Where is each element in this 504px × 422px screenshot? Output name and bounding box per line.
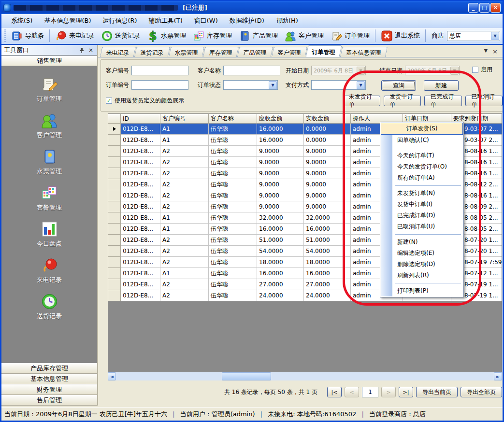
context-menu-item[interactable]: 编辑选定项(E) [381,248,463,259]
document-tab[interactable]: 库存管理 [203,47,239,57]
row-selector-cell[interactable] [108,190,121,201]
tab-list-dropdown-icon[interactable]: ▼ [484,48,488,55]
chevron-down-icon[interactable]: ▼ [491,32,499,40]
context-menu-item[interactable]: 新建(N) [381,237,463,248]
document-tab[interactable]: 订单管理 [305,45,342,57]
row-selector-cell[interactable] [108,257,121,268]
context-menu-item[interactable]: 删除选定项(D) [381,259,463,270]
document-tab[interactable]: 基本信息管理 [340,47,388,57]
column-header[interactable]: 实收金额 [304,114,351,124]
menu-item[interactable]: 帮助(H) [270,14,304,27]
sidebar-item-combo-mgmt[interactable]: 套餐管理 [37,184,62,212]
sidebar-item-delivery-record[interactable]: 送货记录 [37,293,62,321]
sidebar-group-button[interactable]: 财务管理 [1,384,97,395]
page-number-input[interactable] [362,387,378,397]
context-menu-item[interactable]: 已取消订单(U) [381,221,463,232]
row-selector-cell[interactable] [108,179,121,190]
menu-item[interactable]: 辅助工具(T) [143,14,188,27]
customer-name-input[interactable] [223,66,280,75]
row-selector-cell[interactable] [108,124,121,135]
context-menu-item[interactable] [381,146,463,150]
column-header[interactable]: 客户编号 [160,114,209,124]
chevron-down-icon[interactable]: ▼ [269,81,277,89]
scrollbar-thumb[interactable] [222,372,271,380]
context-menu-item[interactable]: 未发货订单(N) [381,188,463,199]
context-menu-item[interactable]: 打印列表(P) [381,285,463,296]
first-page-button[interactable]: |< [327,387,342,397]
toolbar-inventory-button[interactable]: 库存管理 [189,28,235,43]
sidebar-item-order-mgmt[interactable]: 订单管理 [37,75,62,103]
shop-combobox[interactable]: 总店 ▼ [447,31,500,41]
row-selector-cell[interactable] [108,279,121,290]
enable-checkbox[interactable] [472,67,478,73]
sidebar-group-button[interactable]: 产品库存管理 [1,363,97,374]
context-menu-item[interactable]: 发货中订单(I) [381,199,463,210]
context-menu-item[interactable]: 回单确认(C) [381,135,463,146]
row-selector-cell[interactable] [108,268,121,279]
minimize-button[interactable]: _ [468,3,478,13]
context-menu-item[interactable]: 订单发货(S) [381,123,463,135]
filter-cancelled-button[interactable]: 已取消订单 [465,96,503,106]
context-menu-item[interactable]: 已完成订单(D) [381,210,463,221]
order-status-select[interactable]: ▼ [223,80,278,90]
toolbar-product-button[interactable]: 产品管理 [235,28,281,43]
column-header[interactable]: ID [121,114,160,124]
sidebar-item-customer-mgmt[interactable]: 客户管理 [37,112,62,140]
scroll-right-icon[interactable]: ► [494,372,502,380]
last-page-button[interactable]: >| [399,387,413,397]
context-menu-item[interactable] [381,281,463,285]
menu-item[interactable]: 基本信息管理(B) [38,14,97,27]
row-selector-cell[interactable] [108,212,121,224]
context-menu-item[interactable] [381,183,463,188]
chevron-down-icon[interactable]: ▼ [357,81,365,89]
row-selector-cell[interactable] [108,201,121,212]
filter-unshipped-button[interactable]: 未发货订单 [343,96,380,106]
row-selector-cell[interactable] [108,146,121,157]
menu-item[interactable]: 运行信息(R) [97,14,143,27]
document-tab[interactable]: 送货记录 [134,47,170,57]
delivery-color-checkbox[interactable]: ✓ [106,98,112,104]
pay-method-select[interactable]: ▼ [311,80,366,90]
maximize-button[interactable]: □ [479,3,490,13]
sidebar-item-water-ticket-mgmt[interactable]: 水票管理 [37,148,62,176]
export-current-page-button[interactable]: 导出当前页 [416,387,458,397]
sidebar-group-sales[interactable]: 销售管理 [1,56,97,66]
export-all-pages-button[interactable]: 导出全部页 [461,387,502,397]
pin-icon[interactable] [79,47,87,53]
menu-item[interactable]: 窗口(W) [188,14,224,27]
row-selector-cell[interactable] [108,235,121,246]
end-date-picker[interactable]: 2009年 6月 8日 ▼ [405,66,460,75]
tab-close-icon[interactable]: × [492,48,498,55]
toolbar-water-ticket-button[interactable]: $ 水票管理 [144,28,189,43]
row-selector-cell[interactable] [108,168,121,179]
query-button[interactable]: 查询 [381,80,416,91]
toolbar-delivery-record-button[interactable]: 送货记录 [98,28,144,43]
sidebar-group-button[interactable]: 售后管理 [1,395,97,406]
toolbar-exit-button[interactable]: 退出系统 [377,28,423,43]
sidebar-group-button[interactable]: 基本信息管理 [1,374,97,384]
context-menu-item[interactable]: 所有的订单(A) [381,172,463,183]
toolbar-order-button[interactable]: 订单管理 [327,28,373,43]
document-tab[interactable]: 客户管理 [272,47,307,57]
menu-item[interactable]: 系统(S) [5,14,38,27]
menu-item[interactable]: 数据维护(D) [224,14,270,27]
context-menu-item[interactable]: 刷新列表(R) [381,270,463,281]
scroll-left-icon[interactable]: ◄ [108,372,116,380]
context-menu-item[interactable]: 今天的发货订单(O) [381,161,463,172]
scrollbar-track[interactable] [116,372,494,380]
column-header[interactable]: 客户名称 [209,114,257,124]
row-selector-cell[interactable] [108,290,121,301]
filter-completed-button[interactable]: 已完成订单 [424,96,462,106]
row-selector-cell[interactable] [108,224,121,235]
document-tab[interactable]: 产品管理 [237,47,273,57]
next-page-button[interactable]: > [381,387,396,397]
row-selector-cell[interactable] [108,135,121,146]
close-button[interactable]: × [490,3,501,13]
new-button[interactable]: 新建 [424,80,459,91]
sidebar-item-call-record[interactable]: 来电记录 [37,256,62,284]
customer-no-input[interactable] [131,66,188,75]
prev-page-button[interactable]: < [345,387,359,397]
start-date-picker[interactable]: 2009年 6月 8日 ▼ [311,66,366,75]
document-tab[interactable]: 水票管理 [169,47,204,57]
toolbar-customer-button[interactable]: 客户管理 [281,28,327,43]
